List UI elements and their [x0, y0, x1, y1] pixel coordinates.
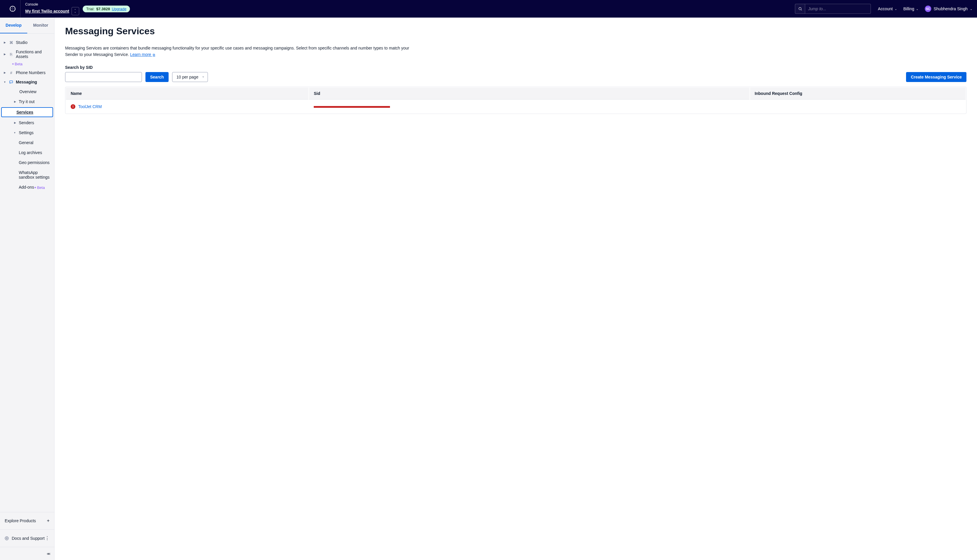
chevron-right-icon: ▶ [3, 71, 7, 74]
sidebar-item-phone-numbers[interactable]: ▶ # Phone Numbers [0, 68, 54, 77]
trial-prefix: Trial: [86, 7, 94, 11]
logo[interactable] [5, 0, 20, 18]
sidebar-item-general[interactable]: General [19, 138, 54, 148]
chevron-down-icon: ▾ [3, 80, 7, 83]
chevron-right-icon: ▶ [14, 121, 17, 124]
beta-badge: ✦Beta [34, 185, 45, 190]
twilio-logo-icon [10, 6, 15, 12]
main-content: Messaging Services Messaging Services ar… [55, 18, 977, 560]
docs-support[interactable]: Docs and Support ⋮ [0, 530, 54, 547]
trial-badge: Trial: $7.3828 Upgrade [83, 5, 130, 12]
sidebar-item-addons[interactable]: Add-ons✦Beta [19, 182, 54, 192]
inbound-cell [750, 100, 965, 113]
tab-develop[interactable]: Develop [0, 18, 27, 33]
sidebar-item-settings[interactable]: ▾Settings [11, 128, 54, 138]
account-name-link[interactable]: My first Twilio account [25, 9, 69, 13]
table-row: ! ToolJet CRM [66, 100, 965, 113]
chevron-down-icon: ⌄ [916, 7, 918, 10]
code-icon: ⎘ [9, 52, 13, 57]
explore-products[interactable]: Explore Products + [0, 512, 54, 529]
upgrade-link[interactable]: Upgrade [112, 7, 126, 11]
services-table: Name Sid Inbound Request Config ! ToolJe… [65, 87, 967, 114]
sidebar-item-messaging[interactable]: ▾ Messaging [0, 77, 54, 87]
more-icon[interactable]: ⋮ [45, 535, 50, 541]
svg-point-3 [5, 537, 8, 540]
sidebar-item-logarchives[interactable]: Log archives [19, 148, 54, 158]
sidebar: Develop Monitor ▶ ⌘ Studio ▶ ⎘ Functions… [0, 18, 55, 560]
flow-icon: ⌘ [9, 40, 13, 45]
chevron-right-icon: ▶ [3, 53, 7, 56]
chevron-down-icon: ⌄ [970, 7, 972, 10]
chevron-right-icon: ▶ [3, 41, 7, 44]
service-name-link[interactable]: ToolJet CRM [78, 104, 102, 109]
svg-point-4 [6, 537, 8, 539]
chevron-down-icon: ⌄ [895, 7, 897, 10]
collapse-sidebar-button[interactable]: «« [47, 551, 50, 556]
sidebar-item-tryit[interactable]: ▶Try it out [11, 97, 54, 107]
chevron-right-icon: ▶ [14, 100, 17, 103]
avatar: SC [925, 5, 931, 12]
create-service-button[interactable]: Create Messaging Service [906, 72, 967, 82]
sidebar-item-overview[interactable]: Overview [17, 87, 54, 97]
chevron-down-icon: ▾ [14, 131, 17, 134]
sidebar-item-services[interactable]: Services [1, 107, 53, 117]
search-sid-label: Search by SID [65, 65, 967, 70]
beta-badge: ✦Beta [12, 62, 23, 66]
search-button[interactable]: Search [146, 72, 169, 82]
sparkle-icon: ✦ [12, 62, 14, 66]
sidebar-item-senders[interactable]: ▶Senders [11, 118, 54, 128]
console-label: Console [25, 2, 79, 7]
page-title: Messaging Services [65, 26, 967, 37]
account-menu[interactable]: Account⌄ [878, 7, 897, 11]
top-header: Console My first Twilio account Trial: $… [0, 0, 977, 18]
col-sid: Sid [309, 88, 749, 100]
search-icon [798, 7, 802, 11]
per-page-dropdown[interactable]: 10 per page [172, 72, 208, 82]
sidebar-item-studio[interactable]: ▶ ⌘ Studio [0, 38, 54, 47]
hash-icon: # [9, 71, 13, 75]
user-menu[interactable]: SC Shubhendra Singh ⌄ [925, 5, 972, 12]
billing-menu[interactable]: Billing⌄ [903, 7, 918, 11]
sidebar-item-whatsapp[interactable]: WhatsApp sandbox settings [19, 168, 54, 182]
chat-icon [9, 80, 13, 84]
help-icon [5, 536, 9, 540]
global-search [795, 4, 871, 14]
sidebar-item-functions[interactable]: ▶ ⎘ Functions and Assets [0, 47, 54, 61]
col-inbound: Inbound Request Config [750, 88, 965, 100]
sparkle-icon: ✦ [34, 186, 36, 189]
global-search-input[interactable] [805, 4, 871, 14]
trial-amount: $7.3828 [96, 7, 110, 11]
plus-icon: + [47, 518, 50, 523]
search-sid-input[interactable] [65, 72, 142, 82]
sidebar-item-geoperm[interactable]: Geo permissions [19, 158, 54, 168]
learn-more-link[interactable]: Learn more ⧉ [130, 52, 155, 57]
svg-rect-2 [10, 81, 13, 83]
svg-point-0 [799, 7, 801, 10]
redacted-sid [314, 106, 390, 108]
error-icon: ! [71, 104, 75, 109]
user-name: Shubhendra Singh [934, 7, 968, 11]
svg-line-1 [801, 10, 802, 10]
tab-monitor[interactable]: Monitor [27, 18, 55, 33]
col-name: Name [66, 88, 308, 100]
account-switcher-button[interactable] [72, 7, 79, 15]
external-link-icon: ⧉ [153, 53, 155, 57]
search-icon-button[interactable] [795, 4, 805, 14]
account-block: Console My first Twilio account [25, 2, 79, 15]
page-description: Messaging Services are containers that b… [65, 45, 417, 58]
